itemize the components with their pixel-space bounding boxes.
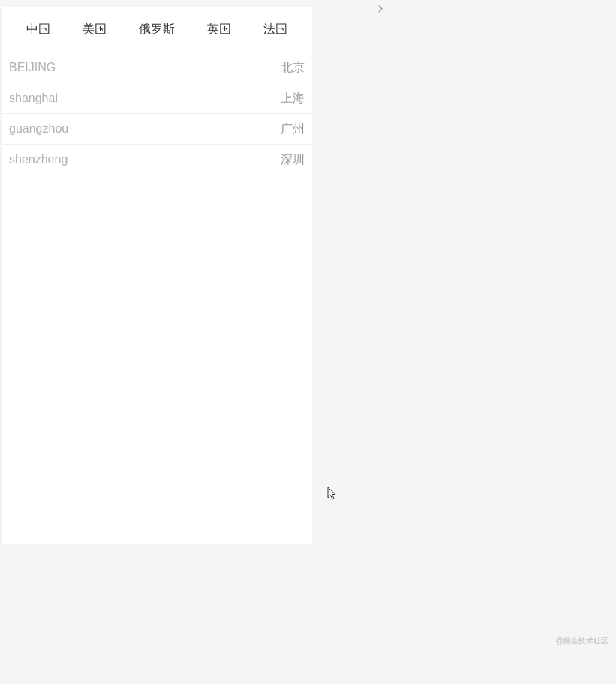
city-chinese: 北京: [281, 60, 305, 76]
city-selector-card: 中国 美国 俄罗斯 英国 法国 BEIJING 北京 shanghai 上海 g…: [2, 8, 312, 544]
tab-france[interactable]: 法国: [257, 19, 293, 40]
left-panel: 中国 美国 俄罗斯 英国 法国 BEIJING 北京 shanghai 上海 g…: [0, 0, 372, 684]
list-item[interactable]: shenzheng 深圳: [2, 145, 312, 176]
city-chinese: 广州: [281, 122, 305, 137]
city-chinese: 深圳: [281, 152, 305, 168]
city-pinyin: shenzheng: [9, 153, 68, 166]
city-chinese: 上海: [281, 91, 305, 106]
city-pinyin: BEIJING: [9, 61, 56, 74]
list-item[interactable]: shanghai 上海: [2, 83, 312, 114]
tab-uk[interactable]: 英国: [201, 19, 237, 40]
list-item[interactable]: guangzhou 广州: [2, 114, 312, 145]
city-list: BEIJING 北京 shanghai 上海 guangzhou 广州 shen…: [2, 52, 312, 176]
right-panel: [372, 0, 616, 684]
chevron-right-icon[interactable]: [376, 4, 385, 14]
tab-china[interactable]: 中国: [20, 19, 56, 40]
watermark: @掘金技术社区: [556, 636, 608, 646]
city-pinyin: guangzhou: [9, 122, 68, 136]
list-item[interactable]: BEIJING 北京: [2, 52, 312, 83]
country-tabs: 中国 美国 俄罗斯 英国 法国: [2, 8, 312, 52]
cursor-icon: [327, 487, 338, 502]
tab-russia[interactable]: 俄罗斯: [133, 19, 181, 40]
main-container: 中国 美国 俄罗斯 英国 法国 BEIJING 北京 shanghai 上海 g…: [0, 0, 616, 684]
city-pinyin: shanghai: [9, 92, 58, 105]
tab-usa[interactable]: 美国: [77, 19, 113, 40]
